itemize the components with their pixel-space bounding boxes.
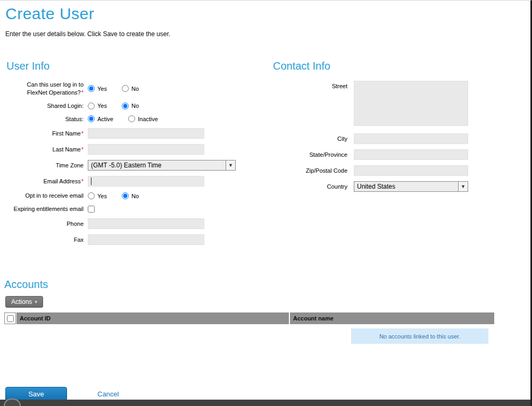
first-name-label: First Name* xyxy=(6,130,88,138)
email-input-wrap xyxy=(88,176,204,187)
chevron-glyph: ▼ xyxy=(228,163,233,168)
status-row: Status: Active Inactive xyxy=(6,115,256,123)
zip-input[interactable] xyxy=(354,165,468,176)
status-inactive-radio[interactable] xyxy=(128,115,135,122)
accounts-table-header: Account ID Account name xyxy=(4,312,497,324)
cancel-link[interactable]: Cancel xyxy=(97,390,119,398)
label-text: State/Province xyxy=(309,151,347,158)
label-text: Email Address xyxy=(43,178,80,184)
fax-input[interactable] xyxy=(88,234,204,245)
street-label: Street xyxy=(273,81,354,90)
state-row: State/Province xyxy=(273,149,507,160)
chevron-down-icon: ▼ xyxy=(458,182,468,191)
street-input[interactable] xyxy=(354,81,468,126)
select-all-checkbox[interactable] xyxy=(7,315,14,322)
opt-in-yes-option[interactable]: Yes xyxy=(88,192,107,199)
label-text: Country xyxy=(327,183,347,190)
contact-info-heading: Contact Info xyxy=(273,60,507,72)
city-input[interactable] xyxy=(354,133,468,144)
select-value: United States xyxy=(354,182,458,191)
label-text: Shared Login: xyxy=(47,103,84,109)
actions-button[interactable]: Actions ▾ xyxy=(5,296,43,308)
dropdown-arrow-icon: ▾ xyxy=(35,299,37,304)
opt-in-no-option[interactable]: No xyxy=(122,192,139,199)
phone-input[interactable] xyxy=(88,218,204,229)
fax-label: Fax xyxy=(6,236,88,244)
label-text: Street xyxy=(332,83,347,89)
panel-handle[interactable] xyxy=(4,399,21,406)
status-active-option[interactable]: Active xyxy=(88,115,113,122)
email-input[interactable] xyxy=(88,176,204,187)
empty-accounts-message: No accounts linked to this user. xyxy=(351,328,488,344)
shared-login-no-radio[interactable] xyxy=(122,103,129,109)
option-label: No xyxy=(131,86,139,92)
expiring-entitlements-row: Expiring entitlements email xyxy=(6,205,256,213)
last-name-row: Last Name* xyxy=(6,144,256,155)
opt-in-email-label: Opt in to receive email xyxy=(6,192,88,200)
label-text: Can this user log in to FlexNet Operatio… xyxy=(27,81,84,96)
phone-label: Phone xyxy=(6,220,88,228)
column-header-account-id: Account ID xyxy=(16,312,289,324)
shared-login-row: Shared Login: Yes No xyxy=(6,102,256,110)
required-marker: * xyxy=(81,146,84,153)
country-select[interactable]: United States ▼ xyxy=(354,181,468,192)
page-subtitle: Enter the user details below. Click Save… xyxy=(5,30,530,38)
login-yes-radio[interactable] xyxy=(88,85,95,92)
login-question-row: Can this user log in to FlexNet Operatio… xyxy=(6,81,256,97)
zip-row: Zip/Postal Code xyxy=(273,165,507,176)
bottom-panel-bar xyxy=(0,400,530,406)
label-text: Opt in to receive email xyxy=(26,192,84,199)
option-label: Inactive xyxy=(138,116,158,122)
status-inactive-option[interactable]: Inactive xyxy=(128,115,158,122)
shared-login-yes-radio[interactable] xyxy=(88,103,95,109)
fax-row: Fax xyxy=(6,234,256,245)
option-label: Active xyxy=(97,116,113,122)
first-name-input[interactable] xyxy=(88,128,204,139)
contact-info-section: Contact Info Street City State/Province … xyxy=(273,60,507,197)
opt-in-no-radio[interactable] xyxy=(122,192,129,199)
option-label: No xyxy=(131,103,139,109)
last-name-label: Last Name* xyxy=(6,146,88,154)
login-yes-option[interactable]: Yes xyxy=(88,85,107,92)
label-text: City xyxy=(337,136,347,142)
label-text: Last Name xyxy=(53,146,81,153)
email-label: Email Address* xyxy=(6,177,88,185)
first-name-row: First Name* xyxy=(6,128,256,139)
shared-login-no-option[interactable]: No xyxy=(122,103,139,109)
label-text: Expiring entitlements email xyxy=(14,206,84,212)
accounts-heading: Accounts xyxy=(4,278,497,291)
accounts-section: Accounts Actions ▾ Account ID Account na… xyxy=(4,278,497,344)
last-name-input[interactable] xyxy=(88,144,204,155)
time-zone-label: Time Zone xyxy=(6,162,88,170)
actions-button-label: Actions xyxy=(11,298,32,306)
time-zone-select[interactable]: (GMT -5.0) Eastern Time ▼ xyxy=(88,160,236,171)
status-active-radio[interactable] xyxy=(88,115,95,122)
opt-in-email-options: Yes No xyxy=(88,192,139,199)
login-question-options: Yes No xyxy=(88,85,139,92)
required-marker: * xyxy=(81,130,84,137)
time-zone-row: Time Zone (GMT -5.0) Eastern Time ▼ xyxy=(6,160,256,171)
page-header: Create User Enter the user details below… xyxy=(0,1,530,38)
zip-label: Zip/Postal Code xyxy=(273,167,354,175)
select-value: (GMT -5.0) Eastern Time xyxy=(88,160,226,170)
city-label: City xyxy=(273,135,354,143)
select-all-cell xyxy=(4,312,16,324)
chevron-glyph: ▼ xyxy=(461,184,466,189)
country-row: Country United States ▼ xyxy=(273,181,507,192)
label-text: Status: xyxy=(65,116,84,122)
footer-actions: Save Cancel xyxy=(5,387,119,401)
email-row: Email Address* xyxy=(6,176,256,187)
state-label: State/Province xyxy=(273,151,354,159)
login-no-radio[interactable] xyxy=(122,85,129,92)
login-no-option[interactable]: No xyxy=(122,85,139,92)
text-caret xyxy=(91,177,92,185)
shared-login-yes-option[interactable]: Yes xyxy=(88,103,107,109)
shared-login-options: Yes No xyxy=(88,103,139,109)
expiring-entitlements-checkbox[interactable] xyxy=(88,206,95,213)
city-row: City xyxy=(273,133,507,144)
chevron-down-icon: ▼ xyxy=(226,160,235,170)
user-info-heading: User Info xyxy=(6,60,256,72)
label-text: Time Zone xyxy=(56,162,84,168)
opt-in-yes-radio[interactable] xyxy=(88,192,95,199)
state-input[interactable] xyxy=(354,149,468,160)
